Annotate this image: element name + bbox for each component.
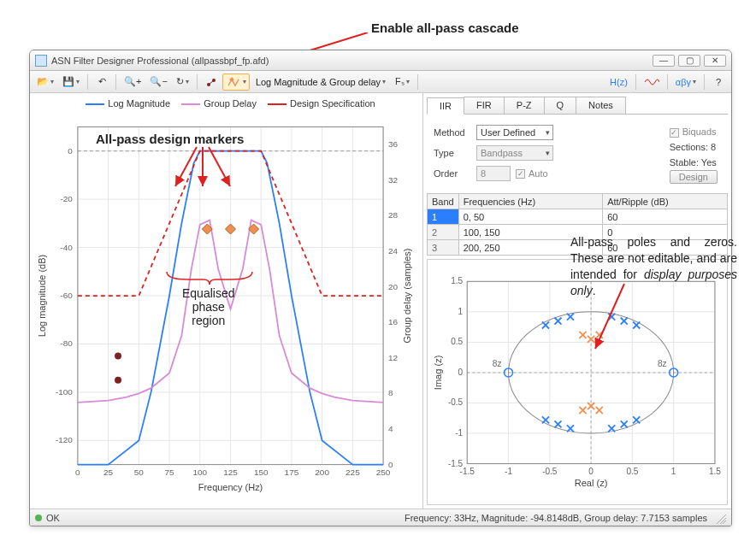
svg-text:-40: -40 xyxy=(60,243,73,252)
order-label: Order xyxy=(434,168,471,179)
save-button[interactable]: 💾 xyxy=(59,74,83,91)
window-title: ASN Filter Designer Professional (allpas… xyxy=(51,56,269,66)
svg-text:1: 1 xyxy=(458,307,464,316)
svg-text:50: 50 xyxy=(134,467,145,477)
status-bar: OK Frequency: 33Hz, Magnitude: -94.8148d… xyxy=(30,509,731,526)
stable-readout: Stable: Yes xyxy=(670,157,717,168)
order-field: 8 xyxy=(476,166,511,181)
svg-text:0: 0 xyxy=(388,460,393,469)
svg-text:-0.5: -0.5 xyxy=(542,467,558,476)
svg-text:-1: -1 xyxy=(505,467,512,476)
svg-text:12: 12 xyxy=(388,353,399,362)
auto-checkbox: ✓Auto xyxy=(516,168,548,179)
allpass-cascade-button[interactable] xyxy=(222,74,250,91)
svg-text:75: 75 xyxy=(165,467,175,477)
hz-button[interactable]: H(z) xyxy=(606,74,631,91)
svg-text:-0.5: -0.5 xyxy=(448,397,464,407)
table-row[interactable]: 2 100, 150 0 xyxy=(428,225,728,240)
type-label: Type xyxy=(434,148,471,158)
svg-text:25: 25 xyxy=(103,467,114,477)
svg-text:150: 150 xyxy=(254,467,269,477)
svg-text:0: 0 xyxy=(458,368,464,377)
legend-spec: Design Specification xyxy=(290,98,375,109)
svg-text:32: 32 xyxy=(388,175,399,185)
type-select: Bandpass xyxy=(476,145,553,161)
svg-text:-20: -20 xyxy=(60,194,73,203)
svg-text:175: 175 xyxy=(285,467,299,477)
svg-text:24: 24 xyxy=(388,246,399,256)
legend-mag: Log Magnitude xyxy=(108,98,170,109)
fs-button[interactable]: Fₛ xyxy=(392,74,413,91)
table-row[interactable]: 1 0, 50 60 xyxy=(428,209,728,225)
left-panel: Log Magnitude Group Delay Design Specifi… xyxy=(30,93,423,509)
tab-fir[interactable]: FIR xyxy=(464,97,505,114)
design-tabs: IIR FIR P-Z Q Notes xyxy=(427,97,728,115)
svg-text:Imag (z): Imag (z) xyxy=(433,356,443,391)
svg-point-54 xyxy=(115,377,121,384)
svg-text:0: 0 xyxy=(68,146,73,156)
svg-text:36: 36 xyxy=(388,139,399,149)
svg-text:1: 1 xyxy=(671,467,676,476)
titlebar: ASN Filter Designer Professional (allpas… xyxy=(30,50,731,71)
minimize-button[interactable]: — xyxy=(653,55,675,67)
app-icon xyxy=(35,55,47,67)
svg-text:8: 8 xyxy=(388,388,393,397)
resize-grip[interactable] xyxy=(714,512,726,524)
plot-legend: Log Magnitude Group Delay Design Specifi… xyxy=(33,97,419,110)
svg-text:8z: 8z xyxy=(493,359,502,368)
svg-text:-100: -100 xyxy=(56,387,73,397)
greek-button[interactable]: αβγ xyxy=(672,74,700,91)
svg-line-3 xyxy=(209,80,214,85)
ok-icon xyxy=(35,515,42,521)
svg-text:8z: 8z xyxy=(658,359,667,368)
svg-text:-1.5: -1.5 xyxy=(448,459,464,468)
app-window: ASN Filter Designer Professional (allpas… xyxy=(29,50,732,526)
right-panel: IIR FIR P-Z Q Notes ✓Biquads Sections: 8… xyxy=(423,93,731,509)
undo-button[interactable]: ↶ xyxy=(92,74,111,91)
col-freq: Frequencies (Hz) xyxy=(458,194,602,209)
svg-text:200: 200 xyxy=(315,467,329,477)
help-button[interactable]: ? xyxy=(709,74,728,91)
zoom-out-button[interactable]: 🔍− xyxy=(146,74,170,91)
svg-text:Log magnitude (dB): Log magnitude (dB) xyxy=(37,255,47,337)
cursor-readout: Frequency: 33Hz, Magnitude: -94.8148dB, … xyxy=(405,513,707,523)
open-button[interactable]: 📂 xyxy=(33,74,57,91)
tab-iir[interactable]: IIR xyxy=(427,97,464,115)
tab-pz[interactable]: P-Z xyxy=(504,97,545,114)
svg-text:20: 20 xyxy=(388,282,399,291)
zoom-in-button[interactable]: 🔍+ xyxy=(121,74,145,91)
band-table[interactable]: Band Frequencies (Hz) Att/Ripple (dB) 1 … xyxy=(427,193,728,256)
view-mode-select[interactable]: Log Magnitude & Group delay xyxy=(251,74,390,91)
svg-text:100: 100 xyxy=(192,467,207,477)
method-label: Method xyxy=(434,127,471,138)
col-band: Band xyxy=(428,194,459,209)
refresh-button[interactable]: ↻ xyxy=(173,74,192,91)
svg-text:-1: -1 xyxy=(455,428,463,438)
status-ok: OK xyxy=(46,513,60,523)
svg-text:-60: -60 xyxy=(60,291,73,300)
design-button[interactable]: Design xyxy=(670,170,718,184)
svg-text:0: 0 xyxy=(588,467,594,476)
svg-text:16: 16 xyxy=(388,317,399,326)
close-button[interactable]: ✕ xyxy=(704,55,726,67)
tab-q[interactable]: Q xyxy=(544,97,577,114)
sections-readout: Sections: 8 xyxy=(670,142,716,152)
maximize-button[interactable]: ▢ xyxy=(678,55,700,67)
marker-tool-button[interactable] xyxy=(202,74,221,91)
svg-text:0: 0 xyxy=(75,467,80,477)
svg-text:1.5: 1.5 xyxy=(709,467,721,476)
wave-tool-button[interactable] xyxy=(641,74,663,91)
svg-text:-120: -120 xyxy=(56,435,73,444)
svg-text:0.5: 0.5 xyxy=(451,337,463,346)
method-select[interactable]: User Defined xyxy=(476,125,553,140)
svg-text:Frequency (Hz): Frequency (Hz) xyxy=(198,482,263,492)
biquads-checkbox[interactable]: ✓Biquads xyxy=(670,125,717,140)
main-toolbar: 📂 💾 ↶ 🔍+ 🔍− ↻ Log Magnitude & Group dela… xyxy=(30,71,731,93)
svg-text:4: 4 xyxy=(388,424,393,433)
iir-form: ✓Biquads Sections: 8 Stable: Yes Design … xyxy=(427,118,728,190)
tab-notes[interactable]: Notes xyxy=(576,97,626,114)
pz-plot[interactable]: -1.5-1-0.500.511.5-1.5-1-0.500.511.58z8z… xyxy=(427,259,728,505)
magnitude-plot[interactable]: 0255075100125150175200225250-120-100-80-… xyxy=(33,110,419,505)
table-row[interactable]: 3 200, 250 60 xyxy=(428,240,728,256)
svg-text:Real (z): Real (z) xyxy=(575,478,608,488)
